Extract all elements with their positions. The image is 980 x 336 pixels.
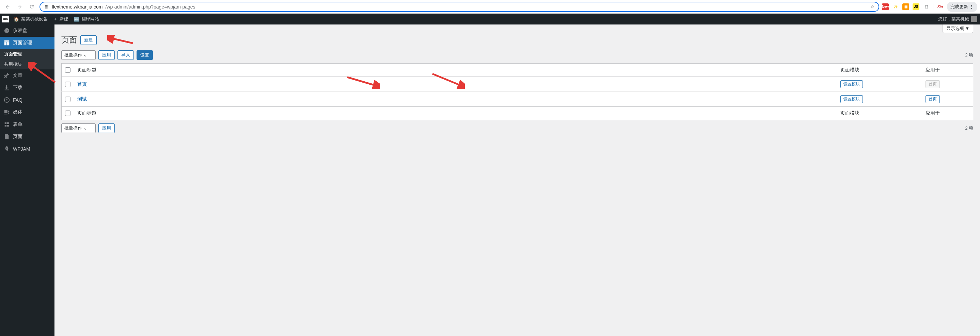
menu-forms[interactable]: 表单 [0, 118, 54, 131]
screen-options-toggle[interactable]: 显示选项 ▼ [943, 24, 973, 33]
menu-media[interactable]: 媒体 [0, 106, 54, 118]
apply-to-button: 首页 [926, 80, 940, 88]
reload-button[interactable] [27, 2, 37, 11]
bookmark-star-icon[interactable]: ☆ [870, 4, 875, 9]
menu-pages[interactable]: 页面 [0, 131, 54, 143]
menu-dashboard[interactable]: 仪表盘 [0, 24, 54, 37]
chevron-down-icon: ⌄ [83, 52, 87, 57]
plus-icon: ＋ [53, 16, 57, 22]
url-domain: flextheme.wkbanjia.com [52, 4, 102, 10]
item-count: 2 项 [965, 52, 973, 58]
layout-icon [3, 40, 10, 46]
select-all-checkbox-bottom[interactable] [65, 111, 70, 116]
select-all-checkbox[interactable] [65, 67, 70, 73]
table-row: 测试 设置模块 首页 [62, 92, 973, 107]
menu-posts[interactable]: 文章 [0, 70, 54, 82]
col-module: 页面模块 [837, 63, 922, 77]
bulk-action-select[interactable]: 批量操作 ⌄ [61, 50, 96, 60]
set-module-button[interactable]: 设置模块 [840, 80, 863, 88]
pages-table: 页面标题 页面模块 应用于 首页 设置模块 首页 测试 设置模块 首页 [61, 63, 973, 120]
item-count-bottom: 2 项 [965, 125, 973, 131]
page-icon [3, 133, 10, 140]
page-title: 页面 [61, 35, 77, 45]
dashboard-icon [3, 27, 10, 34]
media-icon [3, 109, 10, 116]
page-link[interactable]: 测试 [77, 96, 87, 102]
url-path: /wp-admin/admin.php?page=wpjam-pages [105, 4, 195, 10]
home-icon: 🏠 [14, 17, 19, 22]
bulk-action-select-bottom[interactable]: 批量操作 ⌄ [61, 124, 96, 133]
page-link[interactable]: 首页 [77, 81, 87, 87]
translate-icon: 🔤 [74, 17, 80, 22]
ext-new-icon[interactable]: New [882, 3, 889, 10]
new-page-button[interactable]: 新建 [80, 35, 97, 45]
user-avatar-icon [971, 16, 977, 22]
user-greeting[interactable]: 您好，某某机械 [938, 16, 980, 22]
content-area: 显示选项 ▼ 页面 新建 批量操作 ⌄ 应用 导入 设置 2 项 页面标题 页面… [54, 24, 980, 336]
menu-faq[interactable]: ? FAQ [0, 94, 54, 106]
row-checkbox[interactable] [65, 82, 70, 87]
apply-bulk-button[interactable]: 应用 [99, 50, 115, 60]
ext-xin-icon[interactable]: Xin [937, 3, 943, 10]
import-button[interactable]: 导入 [118, 50, 134, 60]
ext-qr-icon[interactable]: ▦ [902, 3, 909, 10]
form-icon [3, 121, 10, 128]
table-row: 首页 设置模块 首页 [62, 77, 973, 92]
row-checkbox[interactable] [65, 97, 70, 102]
pin-icon [3, 72, 10, 79]
site-settings-icon [44, 5, 49, 9]
settings-button[interactable]: 设置 [137, 50, 153, 60]
update-button[interactable]: 完成更新 ⋮ [947, 2, 977, 12]
submenu-page-mgmt[interactable]: 页面管理 [0, 49, 54, 59]
forward-button[interactable] [15, 2, 24, 11]
help-icon: ? [3, 97, 10, 103]
menu-page-management[interactable]: 页面管理 [0, 37, 54, 49]
wp-admin-bar: Xin 🏠 某某机械设备 ＋ 新建 🔤 翻译网站 您好，某某机械 [0, 14, 980, 24]
submenu-shared-modules[interactable]: 共用模块 [0, 59, 54, 70]
download-icon [3, 84, 10, 91]
ext-puzzle-icon[interactable]: ⬚ [923, 3, 930, 10]
ext-spark-icon[interactable]: ✨ [892, 3, 899, 10]
apply-bulk-button-bottom[interactable]: 应用 [99, 124, 115, 133]
new-content-link[interactable]: ＋ 新建 [50, 14, 71, 24]
browser-chrome: flextheme.wkbanjia.com/wp-admin/admin.ph… [0, 0, 980, 14]
submenu-page-management: 页面管理 共用模块 [0, 49, 54, 70]
col-apply: 应用于 [922, 63, 973, 77]
ext-js-icon[interactable]: JS [913, 3, 920, 10]
admin-sidebar: 仪表盘 页面管理 页面管理 共用模块 文章 下载 ? FAQ 媒体 表单 [0, 24, 54, 336]
col-title[interactable]: 页面标题 [74, 63, 837, 77]
menu-downloads[interactable]: 下载 [0, 82, 54, 94]
apply-to-button[interactable]: 首页 [926, 95, 940, 103]
translate-link[interactable]: 🔤 翻译网站 [71, 14, 102, 24]
back-button[interactable] [3, 2, 12, 11]
svg-text:?: ? [6, 98, 8, 102]
rocket-icon [3, 146, 10, 152]
menu-wpjam[interactable]: WPJAM [0, 143, 54, 155]
site-link[interactable]: 🏠 某某机械设备 [11, 14, 50, 24]
url-bar[interactable]: flextheme.wkbanjia.com/wp-admin/admin.ph… [40, 2, 879, 12]
chevron-down-icon: ⌄ [83, 125, 87, 131]
extension-icons: New ✨ ▦ JS ⬚ Xin 完成更新 ⋮ [882, 2, 977, 12]
set-module-button[interactable]: 设置模块 [840, 95, 863, 103]
theme-logo[interactable]: Xin [2, 16, 9, 22]
